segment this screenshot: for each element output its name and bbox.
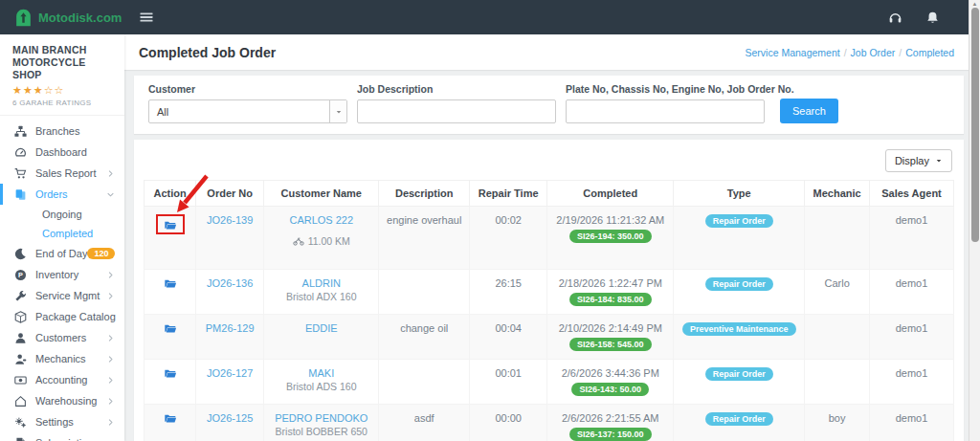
dashboard-icon xyxy=(14,146,27,159)
repair-time-cell: 26:15 xyxy=(470,270,547,315)
sidebar-item-label: Inventory xyxy=(35,269,78,280)
breadcrumb-link-completed[interactable]: Completed xyxy=(905,47,954,58)
column-header-sales-agent: Sales Agent xyxy=(869,181,953,207)
sidebar-item-subscription[interactable]: Subscription xyxy=(0,432,124,441)
sidebar-item-inventory[interactable]: PInventory xyxy=(0,264,124,285)
order-no-cell: JO26-139 xyxy=(196,207,264,270)
order-type-badge: Preventive Maintenance xyxy=(682,322,796,336)
mechanic-cell: Carlo xyxy=(805,270,870,315)
cart-icon xyxy=(14,167,27,180)
customer-name-link[interactable]: MAKI xyxy=(308,367,334,379)
sidebar-item-warehousing[interactable]: Warehousing xyxy=(0,390,124,411)
display-button[interactable]: Display xyxy=(885,149,952,172)
sidebar-item-mechanics[interactable]: Mechanics xyxy=(0,348,124,369)
sidebar-item-settings[interactable]: Settings xyxy=(0,411,124,432)
open-job-order-button[interactable] xyxy=(163,322,178,335)
folder-open-icon xyxy=(163,322,178,335)
order-no-link[interactable]: JO26-139 xyxy=(207,214,253,226)
order-no-link[interactable]: JO26-127 xyxy=(207,367,253,379)
sidebar-item-service-mgmt[interactable]: Service Mgmt xyxy=(0,285,124,306)
order-type-badge: Repair Order xyxy=(705,277,773,291)
type-cell: Repair Order xyxy=(674,207,805,270)
open-job-order-button[interactable] xyxy=(163,277,178,290)
moon-icon xyxy=(14,248,27,260)
sidebar-item-label: Service Mgmt xyxy=(35,290,100,301)
column-header-order-no: Order No xyxy=(196,181,264,207)
top-navbar: Motodisk.com xyxy=(0,0,980,34)
customer-cell: ALDRINBristol ADX 160 xyxy=(264,270,379,315)
open-job-order-button[interactable] xyxy=(163,219,178,232)
column-header-customer-name: Customer Name xyxy=(264,181,379,207)
sales-agent-cell: demo1 xyxy=(869,207,953,270)
sidebar-item-dashboard[interactable]: Dashboard xyxy=(0,142,124,163)
table-row: JO26-125PEDRO PENDOKOBristol BOBBER 6501… xyxy=(145,405,954,441)
sidebar-item-branches[interactable]: Branches xyxy=(0,121,124,142)
action-cell xyxy=(145,405,196,441)
sidebar-item-label: Orders xyxy=(35,188,68,200)
completed-cell: 2/19/2026 11:21:32 AMSI26-194: 350.00 xyxy=(547,207,674,270)
sidebar-item-label: Dashboard xyxy=(35,146,87,158)
support-headphones-icon[interactable] xyxy=(888,11,902,25)
star-filled-icon: ★ xyxy=(23,84,33,96)
doc-icon xyxy=(14,437,27,441)
sidebar-item-label: Subscription xyxy=(35,437,94,441)
mechanic-cell: boy xyxy=(805,405,870,441)
reference-input[interactable] xyxy=(566,99,765,123)
table-body: JO26-139CARLOS 22211.00 KMengine overhau… xyxy=(145,207,954,441)
sidebar-item-end-of-day[interactable]: End of Day120 xyxy=(0,243,124,264)
caret-down-icon xyxy=(335,108,343,116)
open-job-order-button[interactable] xyxy=(163,367,178,380)
description-cell: change oil xyxy=(379,315,470,360)
filter-panel: Customer All Job Description Plate No, C… xyxy=(134,76,964,134)
results-panel: Display ActionOrder NoCustomer NameDescr… xyxy=(134,140,964,441)
branch-star-rating: ★★★☆☆ xyxy=(12,84,115,97)
page-scrollbar[interactable]: ▲ xyxy=(969,0,980,441)
chevron-right-icon xyxy=(106,271,115,279)
navbar-actions xyxy=(888,11,980,25)
page-title: Completed Job Order xyxy=(139,45,276,60)
chevron-right-icon xyxy=(106,292,115,300)
breadcrumb-link-service-management[interactable]: Service Management xyxy=(745,47,839,58)
star-filled-icon: ★ xyxy=(12,84,23,96)
sidebar-item-ongoing[interactable]: Ongoing xyxy=(0,205,124,224)
customer-select[interactable]: All xyxy=(148,99,347,123)
sidebar-item-accounting[interactable]: Accounting xyxy=(0,369,124,390)
sidebar-item-package-catalog[interactable]: Package Catalog xyxy=(0,306,124,327)
order-no-link[interactable]: PM26-129 xyxy=(206,322,255,334)
hamburger-menu-icon[interactable] xyxy=(139,10,154,25)
job-description-input[interactable] xyxy=(357,99,556,123)
sidebar-item-label: Warehousing xyxy=(35,395,97,407)
open-job-order-button[interactable] xyxy=(163,412,178,425)
sidebar-item-completed[interactable]: Completed xyxy=(0,224,124,243)
customer-cell: MAKIBristol ADS 160 xyxy=(264,360,379,405)
sidebar-item-label: Customers xyxy=(35,332,86,343)
sidebar-item-sales-report[interactable]: Sales Report xyxy=(0,163,124,184)
search-button[interactable]: Search xyxy=(780,99,838,123)
customer-name-link[interactable]: ALDRIN xyxy=(302,277,341,289)
star-empty-icon: ☆ xyxy=(55,84,65,96)
sidebar-item-label: Completed xyxy=(42,228,93,239)
order-no-cell: JO26-125 xyxy=(196,405,264,441)
order-no-link[interactable]: JO26-125 xyxy=(207,412,253,424)
customer-name-link[interactable]: EDDIE xyxy=(305,322,338,334)
customer-name-link[interactable]: PEDRO PENDOKO xyxy=(275,412,368,424)
completed-cell: 2/18/2026 1:22:47 PMSI26-184: 835.00 xyxy=(547,270,674,315)
table-row: JO26-136ALDRINBristol ADX 16026:152/18/2… xyxy=(145,270,954,315)
completed-datetime: 2/6/2026 3:44:36 PM xyxy=(551,367,669,379)
customer-name-link[interactable]: CARLOS 222 xyxy=(289,214,353,226)
scrollbar-thumb[interactable] xyxy=(971,8,979,242)
column-header-mechanic: Mechanic xyxy=(805,181,870,207)
order-no-link[interactable]: JO26-136 xyxy=(207,277,253,289)
sidebar-item-customers[interactable]: Customers xyxy=(0,327,124,348)
sidebar-item-label: Accounting xyxy=(35,374,87,386)
sidebar-item-orders[interactable]: Orders xyxy=(0,184,124,205)
brand-logo[interactable]: Motodisk.com xyxy=(0,9,124,27)
completed-datetime: 2/10/2026 2:14:49 PM xyxy=(551,322,669,334)
main-content: Completed Job Order Service Management/J… xyxy=(124,34,969,441)
breadcrumb-separator: / xyxy=(899,47,902,58)
sidebar-item-label: Package Catalog xyxy=(35,311,116,322)
notifications-bell-icon[interactable] xyxy=(925,11,940,25)
description-cell xyxy=(379,360,470,405)
table-row: JO26-139CARLOS 22211.00 KMengine overhau… xyxy=(145,207,954,270)
breadcrumb-link-job-order[interactable]: Job Order xyxy=(851,47,896,58)
